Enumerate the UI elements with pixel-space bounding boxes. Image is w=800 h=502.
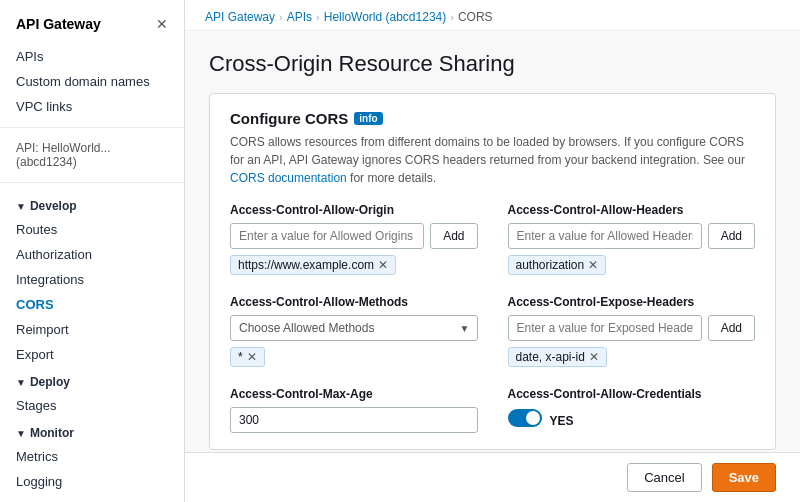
- allow-headers-add-button[interactable]: Add: [708, 223, 755, 249]
- page-content-area: Cross-Origin Resource Sharing Configure …: [185, 31, 800, 452]
- sidebar: API Gateway ✕ APIs Custom domain names V…: [0, 0, 185, 502]
- breadcrumb-helloworld[interactable]: HelloWorld (abcd1234): [324, 10, 447, 24]
- sidebar-item-metrics[interactable]: Metrics: [0, 444, 184, 469]
- sidebar-item-routes[interactable]: Routes: [0, 217, 184, 242]
- allow-headers-input-row: Add: [508, 223, 756, 249]
- cancel-button[interactable]: Cancel: [627, 463, 701, 492]
- allow-credentials-toggle-label: YES: [550, 414, 574, 428]
- allow-origin-tags: https://www.example.com ✕: [230, 255, 478, 275]
- allow-origin-label: Access-Control-Allow-Origin: [230, 203, 478, 217]
- cors-card: Configure CORS info CORS allows resource…: [209, 93, 776, 450]
- breadcrumb-current: CORS: [458, 10, 493, 24]
- allow-methods-select-wrapper: Choose Allowed Methods GET POST PUT DELE…: [230, 315, 478, 341]
- triangle-icon-deploy: ▼: [16, 377, 26, 388]
- allow-origin-input-row: Add: [230, 223, 478, 249]
- breadcrumb-sep-2: ›: [316, 11, 320, 23]
- cors-doc-link[interactable]: CORS documentation: [230, 171, 347, 185]
- allow-origin-tag-0-remove[interactable]: ✕: [378, 259, 388, 271]
- allow-headers-input[interactable]: [508, 223, 702, 249]
- allow-headers-tag-0: authorization ✕: [508, 255, 607, 275]
- main-content: API Gateway › APIs › HelloWorld (abcd123…: [185, 0, 800, 502]
- allow-methods-select[interactable]: Choose Allowed Methods GET POST PUT DELE…: [230, 315, 478, 341]
- sidebar-section-monitor: ▼ Monitor: [0, 418, 184, 444]
- sidebar-item-export[interactable]: Export: [0, 342, 184, 367]
- sidebar-header: API Gateway ✕: [0, 12, 184, 44]
- field-allow-credentials: Access-Control-Allow-Credentials YES: [508, 387, 756, 433]
- field-allow-methods: Access-Control-Allow-Methods Choose Allo…: [230, 295, 478, 367]
- sidebar-title: API Gateway: [16, 16, 101, 32]
- breadcrumb-sep-3: ›: [450, 11, 454, 23]
- expose-headers-tags: date, x-api-id ✕: [508, 347, 756, 367]
- sidebar-divider-1: [0, 127, 184, 128]
- breadcrumb-sep-1: ›: [279, 11, 283, 23]
- info-badge[interactable]: info: [354, 112, 382, 125]
- field-max-age: Access-Control-Max-Age: [230, 387, 478, 433]
- triangle-icon-monitor: ▼: [16, 428, 26, 439]
- page-footer: Cancel Save: [185, 452, 800, 502]
- allow-credentials-toggle[interactable]: [508, 409, 542, 427]
- allow-methods-tag-0: * ✕: [230, 347, 265, 367]
- expose-headers-add-button[interactable]: Add: [708, 315, 755, 341]
- sidebar-item-integrations[interactable]: Integrations: [0, 267, 184, 292]
- allow-methods-label: Access-Control-Allow-Methods: [230, 295, 478, 309]
- sidebar-section-deploy: ▼ Deploy: [0, 367, 184, 393]
- field-allow-origin: Access-Control-Allow-Origin Add https://…: [230, 203, 478, 275]
- allow-headers-label: Access-Control-Allow-Headers: [508, 203, 756, 217]
- sidebar-close-button[interactable]: ✕: [156, 16, 168, 32]
- sidebar-item-reimport[interactable]: Reimport: [0, 317, 184, 342]
- allow-credentials-label: Access-Control-Allow-Credentials: [508, 387, 756, 401]
- sidebar-section-protect: ▼ Protect: [0, 494, 184, 502]
- allow-methods-tags: * ✕: [230, 347, 478, 367]
- cors-card-title: Configure CORS info: [230, 110, 755, 127]
- sidebar-divider-2: [0, 182, 184, 183]
- breadcrumb-api-gateway[interactable]: API Gateway: [205, 10, 275, 24]
- sidebar-item-logging[interactable]: Logging: [0, 469, 184, 494]
- form-grid: Access-Control-Allow-Origin Add https://…: [230, 203, 755, 433]
- sidebar-item-stages[interactable]: Stages: [0, 393, 184, 418]
- triangle-icon: ▼: [16, 201, 26, 212]
- allow-headers-tag-0-remove[interactable]: ✕: [588, 259, 598, 271]
- cors-description: CORS allows resources from different dom…: [230, 133, 755, 187]
- max-age-input[interactable]: [230, 407, 478, 433]
- expose-headers-tag-0: date, x-api-id ✕: [508, 347, 607, 367]
- breadcrumb-apis[interactable]: APIs: [287, 10, 312, 24]
- sidebar-item-authorization[interactable]: Authorization: [0, 242, 184, 267]
- sidebar-item-cors[interactable]: CORS: [0, 292, 184, 317]
- sidebar-section-develop: ▼ Develop: [0, 191, 184, 217]
- toggle-slider: [508, 409, 542, 427]
- page-title: Cross-Origin Resource Sharing: [209, 51, 776, 77]
- max-age-label: Access-Control-Max-Age: [230, 387, 478, 401]
- expose-headers-tag-0-remove[interactable]: ✕: [589, 351, 599, 363]
- field-allow-headers: Access-Control-Allow-Headers Add authori…: [508, 203, 756, 275]
- field-expose-headers: Access-Control-Expose-Headers Add date, …: [508, 295, 756, 367]
- sidebar-item-vpc-links[interactable]: VPC links: [0, 94, 184, 119]
- allow-methods-tag-0-remove[interactable]: ✕: [247, 351, 257, 363]
- expose-headers-input-row: Add: [508, 315, 756, 341]
- expose-headers-input[interactable]: [508, 315, 702, 341]
- allow-origin-tag-0: https://www.example.com ✕: [230, 255, 396, 275]
- allow-origin-input[interactable]: [230, 223, 424, 249]
- save-button[interactable]: Save: [712, 463, 776, 492]
- sidebar-item-apis[interactable]: APIs: [0, 44, 184, 69]
- expose-headers-label: Access-Control-Expose-Headers: [508, 295, 756, 309]
- sidebar-item-custom-domain[interactable]: Custom domain names: [0, 69, 184, 94]
- sidebar-api-label: API: HelloWorld...(abcd1234): [0, 136, 184, 174]
- allow-headers-tags: authorization ✕: [508, 255, 756, 275]
- allow-origin-add-button[interactable]: Add: [430, 223, 477, 249]
- allow-credentials-toggle-row: YES: [508, 409, 756, 433]
- breadcrumb: API Gateway › APIs › HelloWorld (abcd123…: [185, 0, 800, 31]
